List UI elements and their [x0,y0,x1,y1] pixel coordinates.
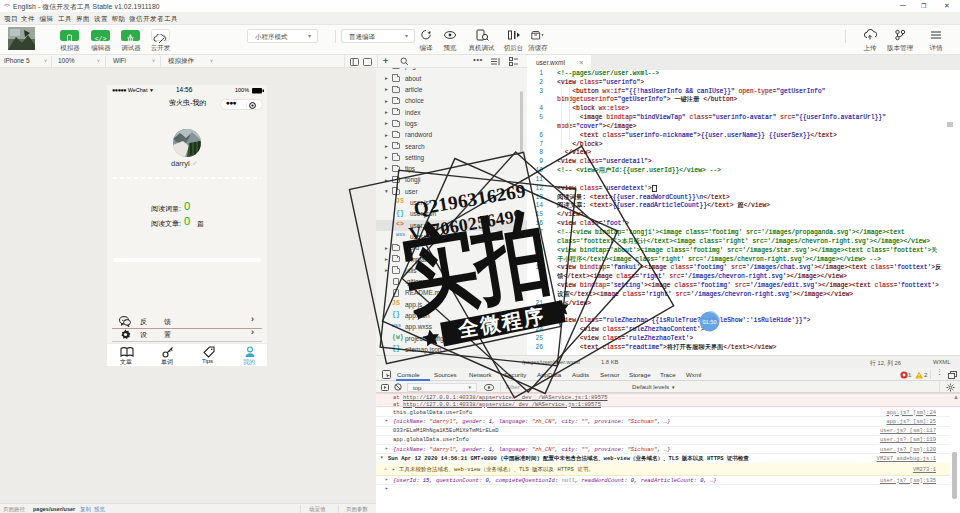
svg-text:</>: </> [95,36,107,43]
svg-text:01:50: 01:50 [703,319,717,325]
